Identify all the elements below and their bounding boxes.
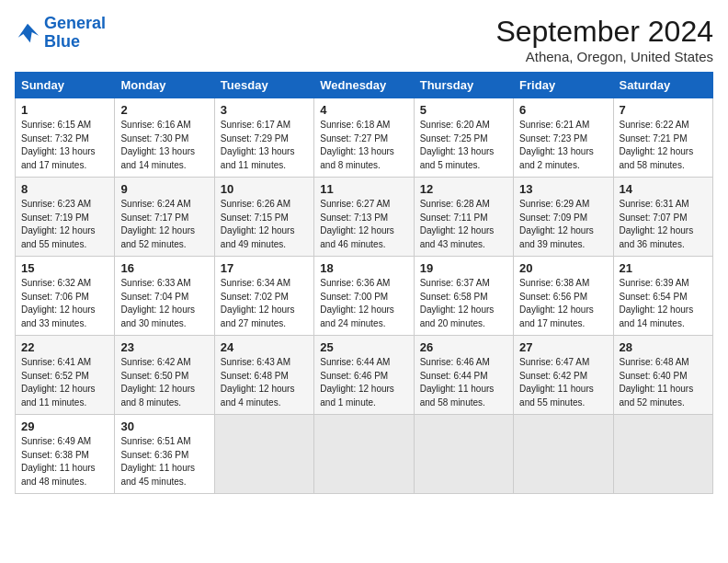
calendar-cell: 15Sunrise: 6:32 AM Sunset: 7:06 PM Dayli… (16, 257, 115, 336)
day-number: 4 (320, 103, 407, 117)
day-number: 22 (21, 340, 108, 354)
weekday-header-wednesday: Wednesday (314, 73, 414, 98)
calendar-cell (613, 415, 712, 494)
calendar-cell: 16Sunrise: 6:33 AM Sunset: 7:04 PM Dayli… (115, 257, 214, 336)
svg-marker-0 (18, 24, 39, 43)
calendar-cell: 4Sunrise: 6:18 AM Sunset: 7:27 PM Daylig… (314, 98, 414, 178)
day-info: Sunrise: 6:46 AM Sunset: 6:44 PM Dayligh… (420, 356, 507, 409)
day-number: 19 (420, 261, 507, 275)
calendar-cell: 26Sunrise: 6:46 AM Sunset: 6:44 PM Dayli… (414, 336, 513, 415)
calendar-cell (314, 415, 414, 494)
day-number: 30 (120, 419, 208, 433)
calendar-header: SundayMondayTuesdayWednesdayThursdayFrid… (16, 73, 713, 98)
day-info: Sunrise: 6:49 AM Sunset: 6:38 PM Dayligh… (21, 435, 108, 488)
calendar-cell: 23Sunrise: 6:42 AM Sunset: 6:50 PM Dayli… (115, 336, 214, 415)
day-number: 26 (420, 340, 507, 354)
day-info: Sunrise: 6:18 AM Sunset: 7:27 PM Dayligh… (320, 119, 407, 172)
day-number: 23 (120, 340, 208, 354)
weekday-header-friday: Friday (514, 73, 613, 98)
day-info: Sunrise: 6:39 AM Sunset: 6:54 PM Dayligh… (620, 277, 707, 330)
location-subtitle: Athena, Oregon, United States (495, 49, 713, 64)
month-year-title: September 2024 (495, 15, 713, 49)
calendar-cell: 29Sunrise: 6:49 AM Sunset: 6:38 PM Dayli… (16, 415, 115, 494)
day-info: Sunrise: 6:27 AM Sunset: 7:13 PM Dayligh… (320, 198, 407, 251)
title-area: September 2024 Athena, Oregon, United St… (495, 15, 713, 64)
day-number: 28 (620, 340, 707, 354)
weekday-header-tuesday: Tuesday (214, 73, 313, 98)
weekday-header-row: SundayMondayTuesdayWednesdayThursdayFrid… (16, 73, 713, 98)
calendar-cell: 9Sunrise: 6:24 AM Sunset: 7:17 PM Daylig… (115, 178, 214, 257)
day-info: Sunrise: 6:51 AM Sunset: 6:36 PM Dayligh… (120, 435, 208, 488)
day-info: Sunrise: 6:26 AM Sunset: 7:15 PM Dayligh… (221, 198, 308, 251)
calendar-table: SundayMondayTuesdayWednesdayThursdayFrid… (15, 72, 713, 494)
day-info: Sunrise: 6:44 AM Sunset: 6:46 PM Dayligh… (320, 356, 407, 409)
calendar-cell: 18Sunrise: 6:36 AM Sunset: 7:00 PM Dayli… (314, 257, 414, 336)
weekday-header-monday: Monday (115, 73, 214, 98)
day-number: 5 (420, 103, 507, 117)
weekday-header-saturday: Saturday (613, 73, 712, 98)
calendar-cell: 24Sunrise: 6:43 AM Sunset: 6:48 PM Dayli… (214, 336, 313, 415)
day-info: Sunrise: 6:24 AM Sunset: 7:17 PM Dayligh… (120, 198, 208, 251)
calendar-cell: 7Sunrise: 6:22 AM Sunset: 7:21 PM Daylig… (613, 98, 712, 178)
day-info: Sunrise: 6:38 AM Sunset: 6:56 PM Dayligh… (519, 277, 607, 330)
day-number: 9 (120, 182, 208, 196)
day-number: 6 (519, 103, 607, 117)
calendar-week-row: 1Sunrise: 6:15 AM Sunset: 7:32 PM Daylig… (16, 98, 713, 178)
calendar-cell: 17Sunrise: 6:34 AM Sunset: 7:02 PM Dayli… (214, 257, 313, 336)
calendar-week-row: 22Sunrise: 6:41 AM Sunset: 6:52 PM Dayli… (16, 336, 713, 415)
weekday-header-sunday: Sunday (16, 73, 115, 98)
calendar-cell: 6Sunrise: 6:21 AM Sunset: 7:23 PM Daylig… (514, 98, 613, 178)
day-number: 17 (221, 261, 308, 275)
day-info: Sunrise: 6:23 AM Sunset: 7:19 PM Dayligh… (21, 198, 108, 251)
day-number: 12 (420, 182, 507, 196)
calendar-cell: 14Sunrise: 6:31 AM Sunset: 7:07 PM Dayli… (613, 178, 712, 257)
day-number: 21 (620, 261, 707, 275)
day-number: 7 (620, 103, 707, 117)
calendar-cell: 5Sunrise: 6:20 AM Sunset: 7:25 PM Daylig… (414, 98, 513, 178)
calendar-cell: 27Sunrise: 6:47 AM Sunset: 6:42 PM Dayli… (514, 336, 613, 415)
day-info: Sunrise: 6:17 AM Sunset: 7:29 PM Dayligh… (221, 119, 308, 172)
logo: GeneralBlue (15, 15, 106, 52)
calendar-cell: 1Sunrise: 6:15 AM Sunset: 7:32 PM Daylig… (16, 98, 115, 178)
day-number: 3 (221, 103, 308, 117)
calendar-cell: 2Sunrise: 6:16 AM Sunset: 7:30 PM Daylig… (115, 98, 214, 178)
day-info: Sunrise: 6:43 AM Sunset: 6:48 PM Dayligh… (221, 356, 308, 409)
calendar-cell: 22Sunrise: 6:41 AM Sunset: 6:52 PM Dayli… (16, 336, 115, 415)
calendar-cell: 11Sunrise: 6:27 AM Sunset: 7:13 PM Dayli… (314, 178, 414, 257)
day-number: 29 (21, 419, 108, 433)
logo-text: GeneralBlue (44, 15, 106, 52)
day-number: 8 (21, 182, 108, 196)
calendar-cell: 21Sunrise: 6:39 AM Sunset: 6:54 PM Dayli… (613, 257, 712, 336)
day-number: 10 (221, 182, 308, 196)
day-number: 14 (620, 182, 707, 196)
calendar-cell: 3Sunrise: 6:17 AM Sunset: 7:29 PM Daylig… (214, 98, 313, 178)
day-info: Sunrise: 6:47 AM Sunset: 6:42 PM Dayligh… (519, 356, 607, 409)
calendar-cell: 13Sunrise: 6:29 AM Sunset: 7:09 PM Dayli… (514, 178, 613, 257)
header: GeneralBlue September 2024 Athena, Orego… (15, 15, 713, 64)
weekday-header-thursday: Thursday (414, 73, 513, 98)
day-number: 16 (120, 261, 208, 275)
day-info: Sunrise: 6:28 AM Sunset: 7:11 PM Dayligh… (420, 198, 507, 251)
day-number: 27 (519, 340, 607, 354)
logo-bird-icon (15, 20, 40, 46)
calendar-cell (514, 415, 613, 494)
day-number: 24 (221, 340, 308, 354)
calendar-week-row: 15Sunrise: 6:32 AM Sunset: 7:06 PM Dayli… (16, 257, 713, 336)
calendar-cell: 12Sunrise: 6:28 AM Sunset: 7:11 PM Dayli… (414, 178, 513, 257)
calendar-cell (414, 415, 513, 494)
day-info: Sunrise: 6:42 AM Sunset: 6:50 PM Dayligh… (120, 356, 208, 409)
day-info: Sunrise: 6:20 AM Sunset: 7:25 PM Dayligh… (420, 119, 507, 172)
day-number: 2 (120, 103, 208, 117)
calendar-cell (214, 415, 313, 494)
calendar-body: 1Sunrise: 6:15 AM Sunset: 7:32 PM Daylig… (16, 98, 713, 494)
day-number: 11 (320, 182, 407, 196)
calendar-cell: 20Sunrise: 6:38 AM Sunset: 6:56 PM Dayli… (514, 257, 613, 336)
day-info: Sunrise: 6:36 AM Sunset: 7:00 PM Dayligh… (320, 277, 407, 330)
calendar-week-row: 8Sunrise: 6:23 AM Sunset: 7:19 PM Daylig… (16, 178, 713, 257)
day-info: Sunrise: 6:37 AM Sunset: 6:58 PM Dayligh… (420, 277, 507, 330)
day-info: Sunrise: 6:41 AM Sunset: 6:52 PM Dayligh… (21, 356, 108, 409)
day-info: Sunrise: 6:21 AM Sunset: 7:23 PM Dayligh… (519, 119, 607, 172)
day-info: Sunrise: 6:34 AM Sunset: 7:02 PM Dayligh… (221, 277, 308, 330)
day-info: Sunrise: 6:22 AM Sunset: 7:21 PM Dayligh… (620, 119, 707, 172)
day-info: Sunrise: 6:33 AM Sunset: 7:04 PM Dayligh… (120, 277, 208, 330)
